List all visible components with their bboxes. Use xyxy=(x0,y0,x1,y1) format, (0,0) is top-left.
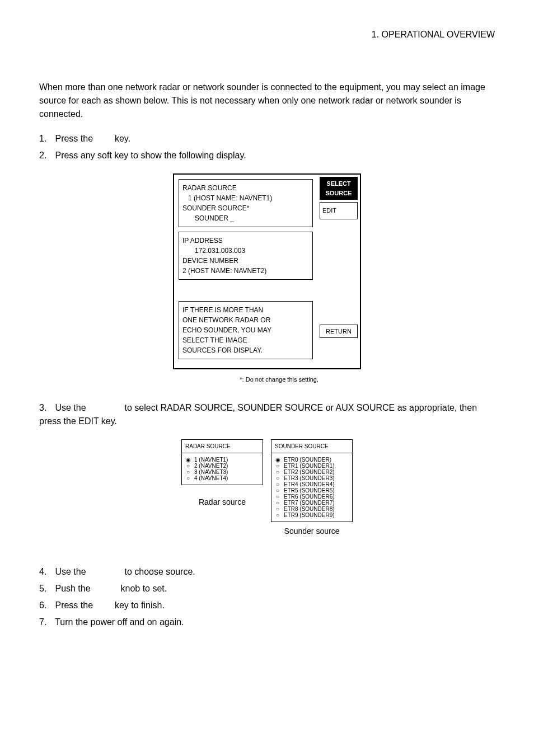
step-number: 2. xyxy=(39,149,53,162)
step-pre: Use the xyxy=(55,567,88,576)
option-label: 1 (NAVNET1) xyxy=(194,457,228,463)
select-source-screen: RADAR SOURCE 1 (HOST NAME: NAVNET1) SOUN… xyxy=(39,173,495,369)
sounder-source-panel: SOUNDER SOURCE ◉ETR0 (SOUNDER)○ETR1 (SOU… xyxy=(271,439,353,522)
radar-option[interactable]: ○2 (NAVNET2) xyxy=(185,463,259,469)
text-line: DEVICE NUMBER xyxy=(182,256,309,266)
radio-icon: ○ xyxy=(275,500,280,506)
step-text: Press the key to finish. xyxy=(55,600,164,610)
step-text: Use the to choose source. xyxy=(55,567,195,576)
sounder-option[interactable]: ○ETR9 (SOUNDER9) xyxy=(275,512,349,518)
radar-source-panel: RADAR SOURCE ◉1 (NAVNET1)○2 (NAVNET2)○3 … xyxy=(181,439,263,485)
radio-icon: ○ xyxy=(275,469,280,475)
radio-icon: ○ xyxy=(275,494,280,500)
step-text: Push the knob to set. xyxy=(55,584,167,593)
return-softkey[interactable]: RETURN xyxy=(320,325,358,339)
info-message-box: IF THERE IS MORE THAN ONE NETWORK RADAR … xyxy=(179,301,313,359)
radio-icon: ○ xyxy=(275,463,280,469)
step-text: Turn the power off and on again. xyxy=(55,617,184,627)
text-line: SOUNDER SOURCE* xyxy=(182,203,309,213)
radar-option[interactable]: ○4 (NAVNET4) xyxy=(185,475,259,481)
option-label: ETR3 (SOUNDER3) xyxy=(284,475,335,481)
sounder-option[interactable]: ○ETR3 (SOUNDER3) xyxy=(275,475,349,481)
option-label: ETR6 (SOUNDER6) xyxy=(284,494,335,500)
sounder-option[interactable]: ◉ETR0 (SOUNDER) xyxy=(275,457,349,463)
text-line: IF THERE IS MORE THAN xyxy=(182,305,309,315)
option-label: 4 (NAVNET4) xyxy=(194,475,228,481)
source-windows: RADAR SOURCE ◉1 (NAVNET1)○2 (NAVNET2)○3 … xyxy=(39,439,495,537)
step-post: to choose source. xyxy=(122,567,195,576)
option-label: 3 (NAVNET3) xyxy=(194,469,228,475)
sounder-option[interactable]: ○ETR7 (SOUNDER7) xyxy=(275,500,349,506)
text-line: 172.031.003.003 xyxy=(182,246,309,256)
select-source-softkey[interactable]: SELECT SOURCE xyxy=(320,177,358,200)
sounder-option[interactable]: ○ETR6 (SOUNDER6) xyxy=(275,494,349,500)
step-number: 7. xyxy=(39,616,53,629)
step-number: 3. xyxy=(39,401,53,415)
option-label: ETR9 (SOUNDER9) xyxy=(284,512,335,518)
step-pre: Use the xyxy=(55,403,88,412)
setting-note: *: Do not change this setting. xyxy=(39,375,495,384)
step-post: key to finish. xyxy=(112,600,164,610)
sounder-option[interactable]: ○ETR2 (SOUNDER2) xyxy=(275,469,349,475)
radio-icon: ○ xyxy=(185,463,191,469)
step-text: Use the to select RADAR SOURCE, SOUNDER … xyxy=(39,403,477,426)
edit-softkey[interactable]: EDIT xyxy=(320,202,358,219)
option-label: ETR8 (SOUNDER8) xyxy=(284,506,335,512)
radar-source-box: RADAR SOURCE 1 (HOST NAME: NAVNET1) SOUN… xyxy=(179,179,313,227)
step-mid: to select RADAR SOURCE, SOUNDER SOURCE o… xyxy=(39,403,477,426)
text-line: ECHO SOUNDER, YOU MAY xyxy=(182,325,309,335)
text-line: SOURCES FOR DISPLAY. xyxy=(182,345,309,355)
radio-icon: ○ xyxy=(185,475,191,481)
sounder-caption: Sounder source xyxy=(284,525,340,537)
sounder-option[interactable]: ○ETR1 (SOUNDER1) xyxy=(275,463,349,469)
sounder-option[interactable]: ○ETR4 (SOUNDER4) xyxy=(275,481,349,487)
radar-caption: Radar source xyxy=(199,496,246,508)
ip-address-box: IP ADDRESS 172.031.003.003 DEVICE NUMBER… xyxy=(179,232,313,280)
steps-list-1: 1. Press the key. 2. Press any soft key … xyxy=(39,132,495,162)
option-label: ETR7 (SOUNDER7) xyxy=(284,500,335,506)
step-number: 1. xyxy=(39,132,53,145)
step-pre: Press the xyxy=(55,600,95,610)
option-label: ETR5 (SOUNDER5) xyxy=(284,487,335,494)
panel-title: SOUNDER SOURCE xyxy=(271,440,352,453)
option-label: ETR0 (SOUNDER) xyxy=(284,457,331,463)
radio-icon: ○ xyxy=(275,506,280,512)
step-number: 4. xyxy=(39,565,53,579)
step-text: Press the key. xyxy=(55,134,130,143)
step-post: key. xyxy=(112,134,130,143)
steps-list-middle: 3. Use the to select RADAR SOURCE, SOUND… xyxy=(39,401,495,428)
text-line: SELECT THE IMAGE xyxy=(182,335,309,345)
step-text: Press any soft key to show the following… xyxy=(55,151,246,160)
option-label: ETR2 (SOUNDER2) xyxy=(284,469,335,475)
radio-icon: ○ xyxy=(275,487,280,494)
radio-icon: ○ xyxy=(185,469,191,475)
step-post: knob to set. xyxy=(118,584,167,593)
step-number: 5. xyxy=(39,582,53,595)
text-line: IP ADDRESS xyxy=(182,236,309,246)
page-header: 1. OPERATIONAL OVERVIEW xyxy=(39,28,495,41)
radio-icon: ◉ xyxy=(185,457,191,463)
text-line: SOUNDER _ xyxy=(182,213,309,223)
text-line: 1 (HOST NAME: NAVNET1) xyxy=(182,193,309,203)
radio-icon: ○ xyxy=(275,512,280,518)
radio-icon: ◉ xyxy=(275,457,280,463)
step-number: 6. xyxy=(39,599,53,612)
text-line: 2 (HOST NAME: NAVNET2) xyxy=(182,266,309,276)
option-label: ETR1 (SOUNDER1) xyxy=(284,463,335,469)
steps-list-2: 4. Use the to choose source. 5. Push the… xyxy=(39,565,495,629)
panel-title: RADAR SOURCE xyxy=(182,440,263,453)
radio-icon: ○ xyxy=(275,481,280,487)
sounder-option[interactable]: ○ETR8 (SOUNDER8) xyxy=(275,506,349,512)
sounder-option[interactable]: ○ETR5 (SOUNDER5) xyxy=(275,487,349,494)
option-label: ETR4 (SOUNDER4) xyxy=(284,481,335,487)
step-pre: Push the xyxy=(55,584,93,593)
text-line: ONE NETWORK RADAR OR xyxy=(182,315,309,325)
step-pre: Press the xyxy=(55,134,95,143)
radar-option[interactable]: ◉1 (NAVNET1) xyxy=(185,457,259,463)
text-line: RADAR SOURCE xyxy=(182,183,309,193)
intro-paragraph: When more than one network radar or netw… xyxy=(39,81,495,121)
option-label: 2 (NAVNET2) xyxy=(194,463,228,469)
radar-option[interactable]: ○3 (NAVNET3) xyxy=(185,469,259,475)
radio-icon: ○ xyxy=(275,475,280,481)
